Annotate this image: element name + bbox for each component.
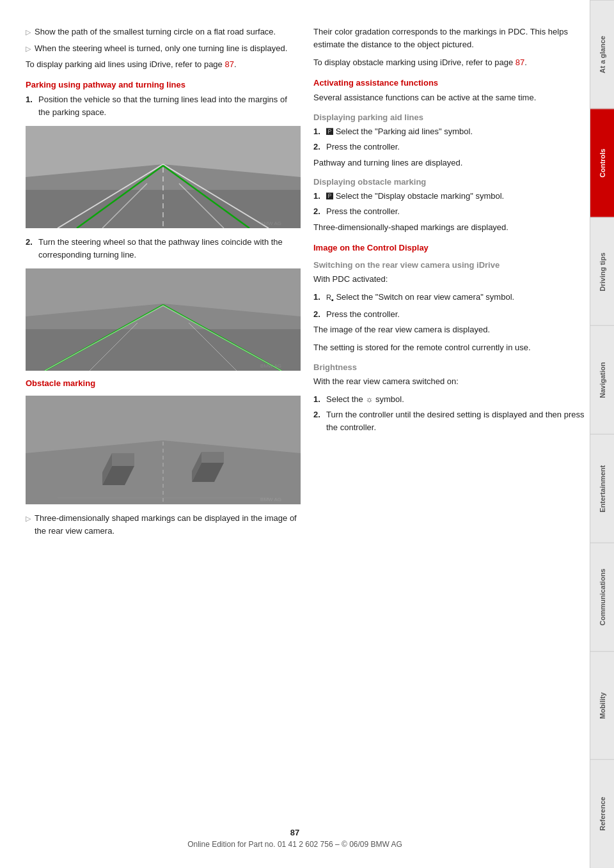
obstacle-step-2: 2. Press the controller. [313, 205, 588, 218]
parking-step-1: 1. 🅿 Select the "Parking aid lines" symb… [313, 125, 588, 138]
bullet-item-1: ▷ Show the path of the smallest turning … [26, 26, 301, 38]
brightness-subhead: Brightness [313, 362, 588, 372]
tab-controls[interactable]: Controls [590, 109, 614, 217]
obstacle-label: Obstacle marking [26, 378, 301, 388]
diagram-2-container: BMW AG [26, 268, 301, 371]
displaying-obstacle-subhead: Displaying obstacle marking [313, 177, 588, 187]
tab-at-a-glance[interactable]: At a glance [590, 0, 614, 109]
step2-text: Turn the steering wheel so that the path… [38, 236, 301, 261]
svg-marker-13 [26, 329, 301, 371]
footer-text: Online Edition for Part no. 01 41 2 602 … [187, 840, 402, 849]
diagram-1: BMW AG [26, 126, 301, 228]
switching-result-2: The setting is stored for the remote con… [313, 341, 588, 354]
side-tabs: At a glance Controls Driving tips Naviga… [590, 0, 614, 868]
switching-step1-text: R▪ Select the "Switch on rear view camer… [326, 291, 514, 305]
switching-step2-text: Press the controller. [326, 308, 400, 321]
bullet-arrow-1: ▷ [26, 27, 31, 38]
obstacle-bullet-arrow: ▷ [26, 513, 31, 524]
svg-text:BMW AG: BMW AG [260, 221, 281, 226]
parking-step1-num: 1. [313, 125, 322, 138]
bullet-text-1: Show the path of the smallest turning ci… [35, 26, 276, 38]
svg-marker-28 [201, 452, 224, 463]
parking-heading: Parking using pathway and turning lines [26, 80, 301, 89]
displaying-parking-subhead: Displaying parking aid lines [313, 112, 588, 122]
step2-num: 2. [26, 236, 35, 249]
tab-reference[interactable]: Reference [590, 759, 614, 868]
tab-mobility[interactable]: Mobility [590, 651, 614, 760]
switching-step-1: 1. R▪ Select the "Switch on rear view ca… [313, 291, 588, 305]
diagram-3: BMW AG [26, 396, 301, 504]
switching-step-2: 2. Press the controller. [313, 308, 588, 321]
tab-navigation[interactable]: Navigation [590, 325, 614, 434]
obstacle-bullet-text: Three-dimensionally shaped markings can … [35, 512, 301, 537]
switching-step1-num: 1. [313, 291, 322, 304]
parking-icon: 🅿 [326, 128, 333, 136]
obstacle-result: Three-dimensionally-shaped markings are … [313, 221, 588, 234]
obstacle-step1-num: 1. [313, 190, 322, 203]
right-intro-link2[interactable]: 87 [516, 58, 524, 67]
brightness-step-2: 2. Turn the controller until the desired… [313, 408, 588, 433]
intro-period: . [234, 59, 237, 69]
switching-step2-num: 2. [313, 308, 322, 321]
parking-result: Pathway and turning lines are displayed. [313, 157, 588, 169]
step1-text: Position the vehicle so that the turning… [38, 93, 301, 118]
tab-communications[interactable]: Communications [590, 543, 614, 651]
step1-num: 1. [26, 93, 35, 106]
activating-heading: Activating assistance functions [313, 78, 588, 88]
switching-subhead: Switching on the rear view camera using … [313, 260, 588, 270]
diagram-2-svg: BMW AG [26, 268, 301, 371]
svg-text:BMW AG: BMW AG [260, 363, 281, 369]
parking-step1-text: 🅿 Select the "Parking aid lines" symbol. [326, 125, 473, 138]
tab-entertainment[interactable]: Entertainment [590, 434, 614, 543]
rear-cam-icon: R [326, 293, 331, 301]
brightness-step2-text: Turn the controller until the desired se… [326, 408, 588, 433]
diagram-3-container: BMW AG [26, 396, 301, 504]
brightness-step1-text: Select the ☼ symbol. [326, 393, 404, 406]
left-column: ▷ Show the path of the smallest turning … [26, 26, 301, 836]
diagram-1-svg: BMW AG [26, 126, 301, 228]
diagram-2: BMW AG [26, 268, 301, 371]
brightness-intro: With the rear view camera switched on: [313, 375, 588, 388]
intro-paragraph: To display parking aid lines using iDriv… [26, 58, 301, 71]
obstacle-bullet: ▷ Three-dimensionally shaped markings ca… [26, 512, 301, 537]
parking-step-2: 2. Press the controller. [313, 141, 588, 153]
control-display-heading: Image on the Control Display [313, 243, 588, 252]
right-column: Their color gradation corresponds to the… [313, 26, 588, 836]
bullet-text-2: When the steering wheel is turned, only … [35, 42, 287, 55]
obstacle-step2-text: Press the controller. [326, 205, 400, 218]
step-1: 1. Position the vehicle so that the turn… [26, 93, 301, 118]
brightness-step-1: 1. Select the ☼ symbol. [313, 393, 588, 406]
parking-step2-text: Press the controller. [326, 141, 400, 153]
brightness-step1-num: 1. [313, 393, 322, 406]
diagram-3-svg: BMW AG [26, 396, 301, 504]
intro-link[interactable]: 87 [224, 59, 233, 69]
intro-text: To display parking aid lines using iDriv… [26, 59, 224, 69]
tab-driving-tips[interactable]: Driving tips [590, 217, 614, 326]
obstacle-icon: 🅿 [326, 192, 333, 200]
step-2: 2. Turn the steering wheel so that the p… [26, 236, 301, 261]
obstacle-step1-text: 🅿 Select the "Display obstacle marking" … [326, 190, 504, 203]
parking-step2-num: 2. [313, 141, 322, 153]
switching-result-1: The image of the rear view camera is dis… [313, 323, 588, 336]
page-footer: 87 Online Edition for Part no. 01 41 2 6… [0, 828, 590, 849]
switching-intro: With PDC activated: [313, 273, 588, 286]
bullet-arrow-2: ▷ [26, 43, 31, 54]
page-number: 87 [0, 828, 590, 837]
right-intro-1: Their color gradation corresponds to the… [313, 26, 588, 51]
right-intro-text2: To display obstacle marking using iDrive… [313, 58, 516, 67]
brightness-step2-num: 2. [313, 408, 322, 421]
diagram-1-container: BMW AG [26, 126, 301, 228]
svg-text:BMW AG: BMW AG [260, 497, 281, 502]
activating-text: Several assistance functions can be acti… [313, 91, 588, 104]
right-intro-2: To display obstacle marking using iDrive… [313, 56, 588, 69]
obstacle-step2-num: 2. [313, 205, 322, 218]
svg-marker-25 [112, 453, 134, 466]
obstacle-step-1: 1. 🅿 Select the "Display obstacle markin… [313, 190, 588, 203]
bullet-item-2: ▷ When the steering wheel is turned, onl… [26, 42, 301, 55]
